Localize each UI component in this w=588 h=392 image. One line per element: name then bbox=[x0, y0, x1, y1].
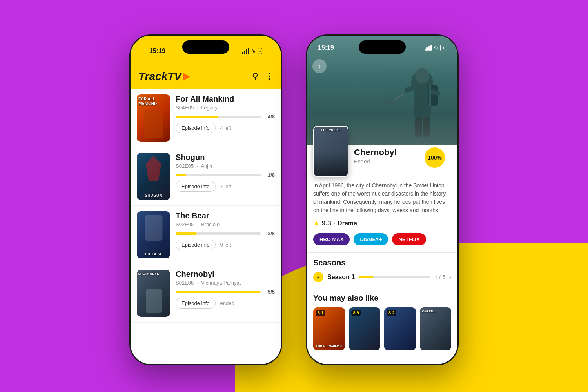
show-item-for-all-mankind: FOR ALL MANKIND For All Mankind S04E05 ·… bbox=[131, 89, 281, 147]
bear-figure bbox=[145, 215, 162, 241]
poster-chernobyl[interactable]: CHERNOBYL bbox=[137, 270, 170, 317]
season-progress-fill-1 bbox=[359, 276, 373, 278]
logo-track: Track bbox=[138, 70, 167, 83]
show-info-shogun: Shogun S02E05 · Anjin 1/8 Episode info bbox=[176, 153, 275, 192]
show-title-fam: For All Mankind bbox=[176, 94, 275, 103]
progress-fill-shogun bbox=[176, 174, 186, 176]
detail-poster-gradient bbox=[314, 151, 348, 176]
episode-info-row-chernobyl: Episode info ended bbox=[176, 298, 275, 309]
show-episode-shogun: S02E05 · Anjin bbox=[176, 163, 275, 169]
seasons-title: Seasons bbox=[313, 258, 451, 267]
menu-icon[interactable]: ⋮ bbox=[265, 71, 273, 82]
back-icon: ‹ bbox=[318, 62, 321, 71]
poster-for-all-mankind[interactable]: FOR ALL MANKIND bbox=[137, 94, 170, 142]
episodes-left-bear: 9 left bbox=[220, 242, 231, 248]
episodes-left-fam: 4 left bbox=[220, 125, 231, 131]
episode-info-btn-bear[interactable]: Episode info bbox=[176, 240, 216, 250]
rating-dot: · bbox=[334, 220, 335, 227]
episode-info-btn-fam[interactable]: Episode info bbox=[176, 123, 216, 133]
divider-1 bbox=[307, 252, 457, 253]
signal-bar-2 bbox=[244, 51, 245, 54]
season-label-1: Season 1 bbox=[327, 274, 355, 281]
progress-text-fam: 4/8 bbox=[264, 114, 275, 120]
header-row: TrackTV ⚲ ⋮ bbox=[138, 70, 273, 83]
dynamic-island-2 bbox=[359, 40, 406, 54]
sb3 bbox=[428, 46, 430, 51]
episodes-left-shogun: 7 left bbox=[220, 183, 231, 189]
show-description: In April 1986, the city of Chernobyl in … bbox=[313, 181, 451, 214]
season-check-1: ✓ bbox=[313, 272, 323, 282]
episode-info-row-bear: Episode info 9 left bbox=[176, 240, 275, 250]
svg-point-1 bbox=[415, 68, 429, 83]
progress-bg-fam bbox=[176, 116, 261, 118]
status-icons-2: ∿ ▪ bbox=[425, 45, 446, 51]
streaming-hbo[interactable]: HBO MAX bbox=[313, 233, 350, 245]
also-like-card-4[interactable]: CHERN... bbox=[420, 307, 452, 350]
phone-1: 15:19 ∿ ▪ TrackTV bbox=[129, 34, 282, 365]
episode-info-btn-chernobyl[interactable]: Episode info bbox=[176, 298, 216, 309]
show-info-fam: For All Mankind S04E05 · Legacy 4/8 Epis… bbox=[176, 94, 275, 133]
also-rating-3: 8.2 bbox=[387, 310, 396, 316]
svg-rect-5 bbox=[404, 85, 415, 93]
poster-label-chernobyl: CHERNOBYL bbox=[138, 272, 169, 276]
poster-bear[interactable]: THE BEAR bbox=[137, 211, 170, 258]
episode-info-row-fam: Episode info 4 left bbox=[176, 123, 275, 133]
signal-bar-3 bbox=[246, 49, 247, 54]
card-label-1: FOR ALL MANKIND bbox=[315, 345, 343, 347]
streaming-row: HBO MAX DISNEY+ NETFLIX bbox=[313, 233, 451, 245]
show-item-shogun: SHOGUN Shogun S02E05 · Anjin 1/8 bbox=[131, 147, 281, 206]
show-title-bear: The Bear bbox=[176, 211, 275, 220]
battery-icon-1: ▪ bbox=[258, 48, 262, 54]
progress-fill-bear bbox=[176, 232, 197, 235]
header-icons: ⚲ ⋮ bbox=[252, 71, 273, 82]
netflix-label: NETFLIX bbox=[398, 236, 419, 242]
progress-row-shogun: 1/8 bbox=[176, 172, 275, 178]
sb2 bbox=[426, 47, 428, 51]
search-icon[interactable]: ⚲ bbox=[252, 71, 258, 82]
show-title-chernobyl: Chernobyl bbox=[176, 270, 275, 279]
episode-info-row-shogun: Episode info 7 left bbox=[176, 181, 275, 192]
show-item-bear: THE BEAR The Bear S02E05 · Braciole 2/8 bbox=[131, 206, 281, 264]
also-rating-2: 8.9 bbox=[351, 310, 361, 316]
progress-row-fam: 4/8 bbox=[176, 114, 275, 120]
poster-figure bbox=[144, 110, 163, 138]
svg-rect-10 bbox=[383, 100, 395, 105]
detail-poster-label: CHERNOBYL bbox=[315, 128, 347, 132]
also-like-card-1[interactable]: 8.1 FOR ALL MANKIND bbox=[313, 307, 345, 350]
show-info-bear: The Bear S02E05 · Braciole 2/8 Episode i… bbox=[176, 211, 275, 250]
show-info-chernobyl: Chernobyl S01E08 · Vichnaya Pamyat 5/5 E… bbox=[176, 270, 275, 309]
signal-bars-2 bbox=[425, 45, 432, 51]
dynamic-island-1 bbox=[182, 40, 229, 54]
time-1: 15:19 bbox=[149, 47, 165, 54]
progress-row-chernobyl: 5/5 bbox=[176, 289, 275, 295]
percentage-badge: 100% bbox=[425, 147, 445, 168]
episode-info-btn-shogun[interactable]: Episode info bbox=[176, 181, 216, 192]
app-logo: TrackTV bbox=[138, 70, 190, 83]
season-row-1: ✓ Season 1 1 / 5 › bbox=[313, 272, 451, 282]
also-like-card-3[interactable]: 8.2 bbox=[384, 307, 416, 350]
streaming-netflix[interactable]: NETFLIX bbox=[392, 233, 426, 245]
progress-fill-chernobyl bbox=[176, 291, 261, 293]
show-list: FOR ALL MANKIND For All Mankind S04E05 ·… bbox=[131, 89, 281, 365]
progress-text-bear: 2/8 bbox=[264, 230, 275, 236]
season-count-1: 1 / 5 bbox=[434, 274, 445, 280]
logo-tv: TV bbox=[167, 70, 181, 83]
season-progress-bg-1 bbox=[359, 276, 430, 278]
streaming-disney[interactable]: DISNEY+ bbox=[354, 233, 388, 245]
also-like-title: You may also like bbox=[313, 294, 451, 303]
star-icon: ★ bbox=[313, 219, 319, 228]
back-button[interactable]: ‹ bbox=[312, 59, 327, 73]
sb1 bbox=[425, 49, 426, 51]
also-like-card-2[interactable]: 8.9 bbox=[349, 307, 381, 350]
episodes-left-chernobyl: ended bbox=[220, 300, 234, 306]
status-icons-1: ∿ ▪ bbox=[242, 48, 262, 54]
show-title-shogun: Shogun bbox=[176, 153, 275, 162]
progress-bg-shogun bbox=[176, 174, 261, 176]
show-episode-bear: S02E05 · Braciole bbox=[176, 221, 275, 227]
poster-shogun[interactable]: SHOGUN bbox=[137, 153, 170, 200]
show-episode-fam: S04E05 · Legacy bbox=[176, 105, 275, 111]
hbo-label: HBO MAX bbox=[319, 236, 343, 242]
show-card-row: CHERNOBYL Chernobyl Ended 100% bbox=[313, 126, 451, 177]
rating-genre: Drama bbox=[338, 220, 357, 227]
season-chevron-1[interactable]: › bbox=[449, 274, 451, 281]
